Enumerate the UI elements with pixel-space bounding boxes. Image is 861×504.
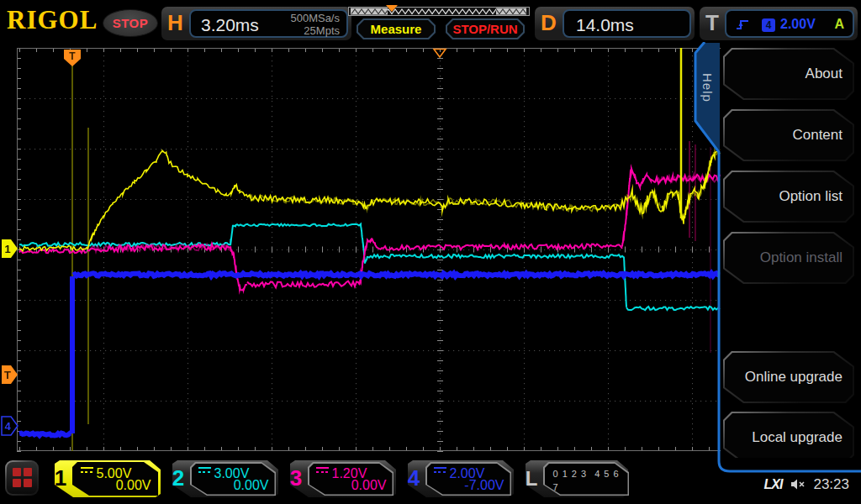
speaker-muted-icon[interactable] [790, 478, 806, 491]
delay-block[interactable]: D 14.0ms [535, 7, 695, 40]
memory-depth: 25Mpts [290, 24, 340, 37]
menu-button-option-list[interactable]: Option list [723, 171, 854, 223]
menu-button-label: About [806, 48, 843, 100]
menu-button-option-install[interactable]: Option install [723, 232, 854, 284]
channel-value-frame: 1.20V 0.00V [308, 462, 394, 496]
d-label: D [541, 10, 557, 36]
logic-label: L [519, 467, 544, 491]
menu-button-content[interactable]: Content [723, 109, 854, 161]
menu-button-label: Content [792, 109, 843, 161]
channel-2-box[interactable]: 2 3.00V 0.00V [166, 460, 278, 497]
d-inner-box: 14.0ms [563, 9, 691, 38]
menu-button-label: Option install [760, 232, 843, 284]
measure-button[interactable]: Measure [357, 18, 436, 39]
menu-panel: About Content Option list Option install… [721, 42, 861, 472]
clock: 23:23 [813, 476, 849, 492]
quick-menu-button[interactable] [5, 460, 39, 496]
dc-coupling-icon [434, 467, 446, 477]
channel-value-frame: 2.00V -7.00V [425, 462, 511, 496]
trigger-block[interactable]: T 4 2.00V A [700, 7, 858, 40]
menu-button-online-upgrade[interactable]: Online upgrade [723, 351, 854, 403]
trigger-mode: A [834, 17, 844, 32]
channel-number: 3 [283, 465, 309, 491]
rigol-logo: RIGOL [7, 5, 98, 35]
trigger-slope-icon [735, 18, 750, 31]
delay-value: 14.0ms [576, 15, 634, 35]
stop-run-button[interactable]: STOP/RUN [446, 18, 525, 39]
sample-rate-block: 500MSa/s 25Mpts [290, 12, 340, 37]
trigger-source-badge: 4 [762, 18, 775, 32]
channel-offset: 0.00V [116, 478, 151, 493]
channel-offset: 0.00V [234, 478, 269, 493]
channel-value-frame: 3.00V 0.00V [190, 462, 276, 496]
top-bar: RIGOL STOP H 3.20ms 500MSa/s 25Mpts Meas… [0, 0, 861, 42]
sample-rate: 500MSa/s [290, 12, 340, 24]
t-inner-box: 4 2.00V A [725, 9, 854, 38]
menu-button-label: Option list [779, 171, 843, 223]
logic-value-frame: 0 1 2 34 5 6 7 8 9 10 1112 13 14 15 [543, 462, 629, 496]
channel-number: 2 [166, 465, 191, 491]
oscilloscope-screen: RIGOL STOP H 3.20ms 500MSa/s 25Mpts Meas… [0, 0, 861, 504]
channel-number: 4 [401, 465, 426, 491]
menu-button-about[interactable]: About [723, 48, 854, 100]
menu-button-local-upgrade[interactable]: Local upgrade [723, 412, 854, 464]
channel-offset: 0.00V [351, 478, 387, 493]
logic-digits: 0 1 2 3 [553, 469, 588, 479]
channel-offset: -7.00V [464, 478, 504, 493]
grid-icon [7, 462, 37, 494]
menu-button-label: Online upgrade [745, 351, 843, 403]
channel-1-box[interactable]: 1 5.00V 0.00V [48, 460, 161, 497]
h-label: H [167, 10, 183, 36]
channel-number: 1 [48, 465, 73, 491]
channel-3-box[interactable]: 3 1.20V 0.00V [283, 460, 396, 497]
channel-value-frame: 5.00V 0.00V [72, 462, 158, 496]
run-state-badge[interactable]: STOP [103, 9, 158, 37]
dc-coupling-icon [81, 467, 93, 477]
dc-coupling-icon [198, 467, 211, 477]
channel-4-box[interactable]: 4 2.00V -7.00V [401, 460, 514, 497]
h-inner-box: 3.20ms 500MSa/s 25Mpts [189, 9, 348, 38]
memory-position-bar[interactable] [348, 5, 530, 18]
trigger-level-value: 2.00V [780, 17, 816, 32]
menu-button-label: Local upgrade [752, 412, 843, 464]
bottom-bar: 1 5.00V 0.00V 2 3.00V 0.00V 3 1.20V 0.00… [0, 458, 861, 504]
logic-channels-box[interactable]: L 0 1 2 34 5 6 7 8 9 10 1112 13 14 15 [519, 460, 628, 497]
status-area: LXI 23:23 [764, 476, 849, 495]
stop-run-label: STOP/RUN [446, 18, 525, 39]
lxi-indicator: LXI [764, 477, 783, 491]
help-tab-label: Help [700, 73, 715, 102]
t-label: T [705, 10, 719, 36]
measure-label: Measure [357, 18, 436, 39]
horizontal-timebase-block[interactable]: H 3.20ms 500MSa/s 25Mpts [161, 7, 351, 40]
timebase-value: 3.20ms [201, 15, 259, 35]
dc-coupling-icon [316, 467, 329, 477]
